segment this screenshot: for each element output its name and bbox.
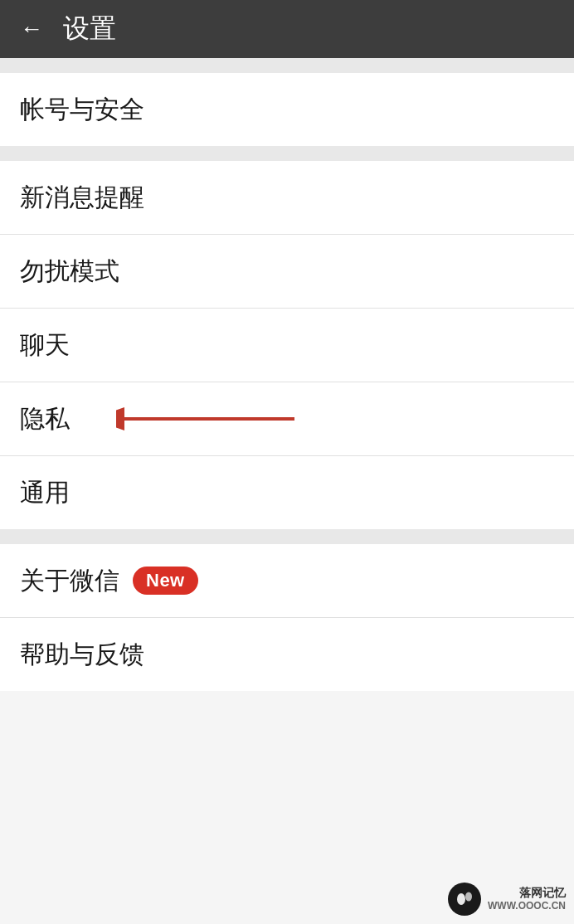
general-label: 通用 (20, 476, 70, 510)
new-badge: New (133, 567, 198, 595)
sidebar-item-do-not-disturb[interactable]: 勿扰模式 (0, 235, 574, 308)
svg-point-3 (457, 893, 465, 905)
sidebar-item-new-message-alert[interactable]: 新消息提醒 (0, 161, 574, 234)
divider-before-about (0, 529, 574, 544)
watermark-icon (448, 883, 481, 916)
watermark-site-url: WWW.OOOC.CN (488, 900, 566, 913)
sidebar-item-about-wechat[interactable]: 关于微信 New (0, 544, 574, 617)
sidebar-item-help-feedback[interactable]: 帮助与反馈 (0, 618, 574, 691)
account-security-label: 帐号与安全 (20, 93, 144, 127)
about-wechat-label: 关于微信 (20, 564, 119, 598)
page-title: 设置 (63, 11, 116, 47)
app-header: ← 设置 (0, 0, 574, 58)
svg-point-4 (465, 892, 472, 902)
watermark-site-name: 落网记忆 (519, 885, 566, 900)
privacy-arrow-annotation (116, 402, 299, 435)
watermark-text-block: 落网记忆 WWW.OOOC.CN (488, 885, 566, 913)
watermark: 落网记忆 WWW.OOOC.CN (448, 883, 566, 916)
new-message-alert-label: 新消息提醒 (20, 181, 144, 215)
back-button[interactable]: ← (17, 14, 46, 44)
chat-label: 聊天 (20, 328, 70, 362)
watermark-logo-icon (450, 884, 479, 914)
top-divider (0, 58, 574, 73)
privacy-label: 隐私 (20, 402, 70, 436)
help-feedback-label: 帮助与反馈 (20, 638, 144, 672)
sidebar-item-general[interactable]: 通用 (0, 456, 574, 529)
sidebar-item-privacy[interactable]: 隐私 (0, 382, 574, 455)
back-icon: ← (20, 16, 43, 42)
sidebar-item-account-security[interactable]: 帐号与安全 (0, 73, 574, 146)
do-not-disturb-label: 勿扰模式 (20, 255, 119, 289)
sidebar-item-chat[interactable]: 聊天 (0, 309, 574, 382)
divider-after-account (0, 146, 574, 161)
